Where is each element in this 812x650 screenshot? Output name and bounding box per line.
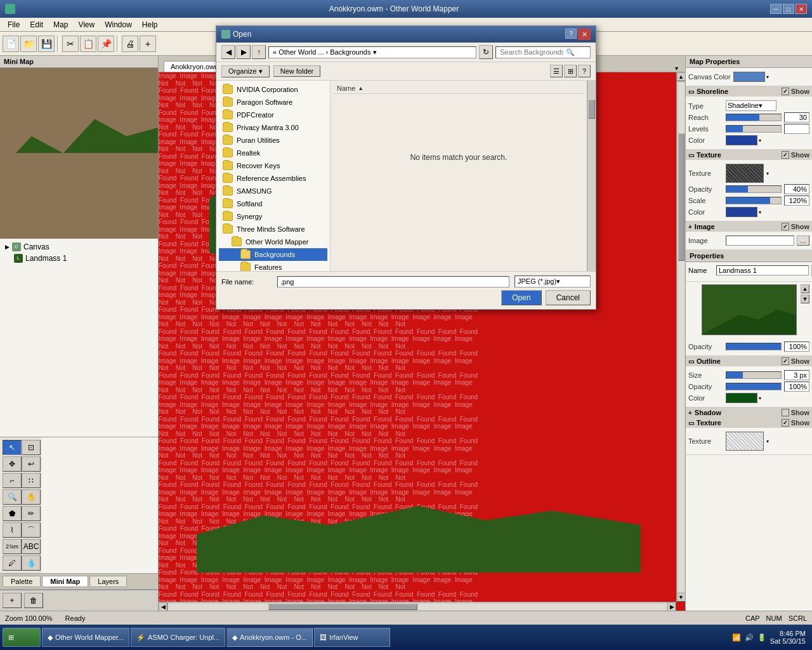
clock[interactable]: 8:46 PM Sat 5/30/15 <box>770 630 806 645</box>
rotate-tool[interactable]: ↩ <box>22 456 41 472</box>
folder-item-owm[interactable]: Other World Mapper <box>219 235 327 248</box>
preview-scroll-down[interactable]: ▼ <box>801 295 809 303</box>
outline-show-checkbox[interactable]: ✓ <box>782 357 789 365</box>
breadcrumb-dropdown[interactable]: ▾ <box>373 48 377 56</box>
organize-button[interactable]: Organize ▾ <box>221 65 270 77</box>
taskbar-item-owm1[interactable]: ◆ Other World Mapper... <box>42 628 129 647</box>
select-tool[interactable]: ↖ <box>3 440 22 455</box>
paint-tool[interactable]: ∷ <box>22 473 41 488</box>
hand-tool[interactable]: ✋ <box>22 489 41 505</box>
texture-color-picker[interactable]: ▾ <box>726 207 761 217</box>
folder-item-realtek[interactable]: Realtek <box>219 147 327 159</box>
texture-show-checkbox[interactable]: ✓ <box>782 151 789 159</box>
move-tool[interactable]: ✥ <box>3 456 22 472</box>
tree-item-landmass[interactable]: L Landmass 1 <box>3 253 155 264</box>
menu-window[interactable]: Window <box>100 19 137 30</box>
shoreline-reach-value[interactable]: 30 <box>784 112 809 123</box>
vertical-scrollbar[interactable]: ▲ ▼ <box>676 72 685 602</box>
shadow-show-checkbox[interactable] <box>782 409 789 416</box>
horizontal-scrollbar[interactable]: ◀ ▶ <box>159 602 676 611</box>
shoreline-show-checkbox[interactable]: ✓ <box>782 88 789 95</box>
open-file-button[interactable]: Open <box>501 290 541 305</box>
folder-item-pdfcreator[interactable]: PDFCreator <box>219 109 327 121</box>
texture-scale-value[interactable]: 120% <box>784 196 809 206</box>
texture-dropdown-arrow[interactable]: ▾ <box>766 171 769 176</box>
menu-file[interactable]: File <box>3 19 25 30</box>
ruler-tool[interactable]: 2⅞m <box>3 539 22 554</box>
file-list-header[interactable]: Name ▲ <box>333 83 584 94</box>
search-input[interactable] <box>500 48 563 56</box>
shoreline-levels-slider[interactable] <box>726 125 782 133</box>
folder-item-threeminds[interactable]: Three Minds Software <box>219 223 327 235</box>
curve-tool[interactable]: ⌒ <box>22 522 41 538</box>
dialog-scrollbar[interactable] <box>587 81 596 271</box>
folder-item-recoverkeys[interactable]: Recover Keys <box>219 159 327 172</box>
paste-button[interactable]: 📌 <box>98 36 114 52</box>
folder-item-nvidia[interactable]: NVIDIA Corporation <box>219 83 327 96</box>
taskbar-start[interactable]: ⊞ <box>3 628 41 647</box>
shadow-header[interactable]: + Shadow Show <box>686 408 812 418</box>
folder-item-synergy[interactable]: Synergy <box>219 210 327 223</box>
shoreline-levels-input[interactable] <box>784 124 809 134</box>
dialog-back-button[interactable]: ◀ <box>221 45 235 59</box>
menu-edit[interactable]: Edit <box>25 19 48 30</box>
select-box-tool[interactable]: ⊡ <box>22 440 41 455</box>
open-button[interactable]: 📁 <box>20 36 37 52</box>
fill-tool[interactable]: 🖊 <box>3 555 22 571</box>
image-browse-button[interactable]: … <box>797 235 809 246</box>
folder-item-softland[interactable]: Softland <box>219 197 327 210</box>
print-button[interactable]: 🖨 <box>122 36 138 52</box>
folder-item-puran[interactable]: Puran Utilities <box>219 134 327 147</box>
tab-minimap[interactable]: Mini Map <box>42 576 88 587</box>
folder-item-samsung[interactable]: SAMSUNG <box>219 185 327 197</box>
breadcrumb-bar[interactable]: « Other World ... › Backgrounds ▾ <box>268 46 476 58</box>
outline-color-picker[interactable]: ▾ <box>726 393 761 403</box>
image-header[interactable]: + Image ✓ Show <box>686 222 812 232</box>
minimize-button[interactable]: ─ <box>770 4 782 14</box>
landmass-opacity-slider[interactable] <box>726 343 782 350</box>
outline-size-slider[interactable] <box>726 371 782 379</box>
outline-opacity-slider[interactable] <box>726 383 782 390</box>
shoreline-header[interactable]: ▭ Shoreline ✓ Show <box>686 86 812 96</box>
outline-header[interactable]: ▭ Outline ✓ Show <box>686 356 812 366</box>
menu-help[interactable]: Help <box>137 19 163 30</box>
filename-input[interactable] <box>277 276 509 288</box>
eyedrop-tool[interactable]: 💧 <box>22 555 41 571</box>
tree-item-canvas[interactable]: ▶ C Canvas <box>3 241 155 253</box>
landmass-texture-preview[interactable] <box>726 432 764 451</box>
folder-item-refassemblies[interactable]: Reference Assemblies <box>219 172 327 185</box>
folder-item-paragon[interactable]: Paragon Software <box>219 96 327 109</box>
zoom-tool[interactable]: 🔍 <box>3 489 22 505</box>
landmass-texture-header[interactable]: ▭ Texture ✓ Show <box>686 418 812 428</box>
copy-button[interactable]: 📋 <box>80 36 96 52</box>
edit-tool[interactable]: ⌐ <box>3 473 22 488</box>
landmass-name-input[interactable] <box>716 265 809 275</box>
landmass-opacity-value[interactable]: 100% <box>784 342 809 352</box>
dialog-forward-button[interactable]: ▶ <box>237 45 251 59</box>
add-layer-button[interactable]: + <box>3 593 22 608</box>
taskbar-item-owm2[interactable]: ◆ Anokkryon.owm - O... <box>226 628 313 647</box>
shoreline-reach-slider[interactable] <box>726 114 782 121</box>
taskbar-item-irfan[interactable]: 🖼 IrfanView <box>314 628 390 647</box>
texture-header[interactable]: ▭ Texture ✓ Show <box>686 150 812 160</box>
delete-layer-button[interactable]: 🗑 <box>24 593 43 608</box>
close-button[interactable]: ✕ <box>796 4 807 14</box>
help-view-button[interactable]: ? <box>578 65 591 77</box>
save-button[interactable]: 💾 <box>38 36 55 52</box>
folder-item-backgrounds[interactable]: Backgrounds <box>219 248 327 261</box>
new-folder-button[interactable]: New folder <box>273 65 321 77</box>
filetype-select[interactable]: JPEG (*.jpg)▾ <box>514 275 591 288</box>
texture-opacity-value[interactable]: 40% <box>784 184 809 194</box>
outline-opacity-value[interactable]: 100% <box>784 381 809 392</box>
folder-item-features[interactable]: Features <box>219 261 327 271</box>
freehand-tool[interactable]: ✏ <box>22 506 41 521</box>
image-path-input[interactable] <box>726 235 794 246</box>
dialog-up-button[interactable]: ↑ <box>252 45 266 59</box>
polygon-tool[interactable]: ⬟ <box>3 506 22 521</box>
maximize-button[interactable]: □ <box>783 4 794 14</box>
tab-dropdown[interactable]: ▾ <box>670 65 683 72</box>
texture-scale-slider[interactable] <box>726 197 782 204</box>
dialog-refresh-button[interactable]: ↻ <box>479 45 493 59</box>
shoreline-color-picker[interactable]: ▾ <box>726 135 761 145</box>
canvas-color-picker[interactable]: ▾ <box>733 72 769 82</box>
